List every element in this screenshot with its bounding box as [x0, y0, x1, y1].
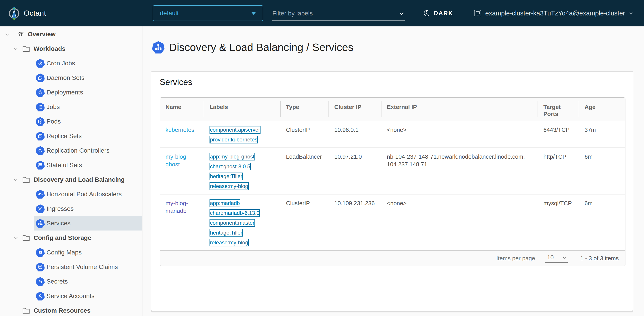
sidebar-item-label: Overview	[28, 31, 56, 38]
sidebar-item-horizontal-pod-autoscalers[interactable]: Horizontal Pod Autoscalers	[0, 187, 142, 201]
name-cell: kubernetes	[160, 121, 204, 148]
label-chip[interactable]: app:my-blog-ghost	[210, 153, 255, 160]
sidebar-item-label: Service Accounts	[46, 292, 94, 300]
name-cell: my-blog-mariadb	[160, 194, 204, 250]
statefulset-icon	[36, 161, 45, 170]
cluster-ip-cell: 10.96.0.1	[329, 121, 382, 148]
replicaset-icon	[36, 132, 45, 141]
service-name-link[interactable]: my-blog-ghost	[166, 153, 188, 168]
label-chip[interactable]: component:apiserver	[210, 126, 260, 134]
label-filter	[272, 7, 405, 21]
chevron-down-icon[interactable]	[13, 177, 18, 183]
items-per-page-select[interactable]: 10	[545, 254, 568, 263]
cronjob-icon	[36, 59, 45, 68]
external-ip-cell: <none>	[382, 121, 538, 148]
sidebar-item-replication-controllers[interactable]: Replication Controllers	[0, 143, 142, 158]
sidebar-item-services[interactable]: Services	[0, 216, 142, 230]
label-chip[interactable]: heritage:Tiller	[210, 229, 243, 236]
label-chip[interactable]: heritage:Tiller	[210, 173, 243, 180]
name-cell: my-blog-ghost	[160, 148, 204, 194]
sidebar-item-stateful-sets[interactable]: Stateful Sets	[0, 158, 142, 172]
sidebar-item-service-accounts[interactable]: Service Accounts	[0, 289, 142, 303]
replicationcontroller-icon	[36, 146, 45, 155]
sidebar-item-label: Config Maps	[46, 249, 82, 256]
configmap-icon	[36, 248, 45, 257]
overview-icon	[18, 31, 24, 38]
service-name-link[interactable]: kubernetes	[166, 126, 194, 133]
sidebar-item-workloads[interactable]: Workloads	[0, 41, 142, 56]
label-chip[interactable]: chart:ghost-8.0.5	[210, 163, 251, 170]
cluster-context-selector[interactable]: example-cluster-ka3TuTzYo4a@example-clus…	[474, 0, 634, 27]
column-header-name: Name	[160, 98, 204, 121]
external-ip-cell: nb-104-237-148-71.newark.nodebalancer.li…	[382, 148, 538, 194]
sidebar-item-pods[interactable]: Pods	[0, 114, 142, 129]
sidebar-item-label: Custom Resources	[34, 307, 90, 314]
sidebar-item-label: Jobs	[46, 103, 60, 111]
column-header-cluster-ip: Cluster IP	[329, 98, 382, 121]
service-name-link[interactable]: my-blog-mariadb	[166, 200, 188, 214]
label-chip[interactable]: provider:kubernetes	[210, 136, 258, 143]
cluster-ip-cell: 10.97.21.0	[329, 148, 382, 194]
ingress-icon	[36, 204, 45, 213]
target-ports-cell: 6443/TCP	[538, 121, 579, 148]
sidebar-item-discovery-and-load-balancing[interactable]: Discovery and Load Balancing	[0, 172, 142, 187]
sidebar-item-jobs[interactable]: Jobs	[0, 100, 142, 114]
target-ports-cell: mysql/TCP	[538, 194, 579, 250]
label-chip[interactable]: component:master	[210, 219, 255, 227]
sidebar-item-config-and-storage[interactable]: Config and Storage	[0, 230, 142, 245]
sidebar-item-label: Deployments	[46, 89, 83, 96]
sidebar-item-daemon-sets[interactable]: Daemon Sets	[0, 71, 142, 85]
sidebar-item-deployments[interactable]: Deployments	[0, 85, 142, 100]
cluster-ip-cell: 10.109.231.236	[329, 194, 382, 250]
age-cell: 6m	[579, 148, 626, 194]
pagination-range-text: 1 - 3 of 3 items	[580, 255, 619, 262]
job-icon	[36, 103, 45, 111]
label-chip[interactable]: chart:mariadb-6.13.0	[210, 209, 260, 217]
theme-toggle-button[interactable]: DARK	[423, 0, 453, 27]
namespace-select[interactable]: default	[153, 5, 263, 21]
moon-icon	[423, 10, 430, 17]
label-chip[interactable]: app:mariadb	[210, 199, 240, 207]
column-header-age: Age	[579, 98, 626, 121]
serviceaccount-icon	[36, 292, 45, 300]
label-filter-input[interactable]	[272, 10, 389, 17]
sidebar-item-persistent-volume-claims[interactable]: Persistent Volume Claims	[0, 260, 142, 274]
sidebar-item-cron-jobs[interactable]: Cron Jobs	[0, 56, 142, 71]
column-header-labels: Labels	[204, 98, 281, 121]
sidebar-item-label: Persistent Volume Claims	[46, 263, 118, 270]
daemonset-icon	[36, 73, 45, 82]
cluster-context-label: example-cluster-ka3TuTzYo4a@example-clus…	[485, 10, 625, 17]
chevron-down-icon[interactable]	[4, 31, 10, 37]
deployment-icon	[36, 88, 45, 97]
column-header-external-ip: External IP	[382, 98, 538, 121]
hpa-icon	[36, 190, 45, 199]
target-ports-cell: http/TCP	[538, 148, 579, 194]
table-row: my-blog-mariadbapp:mariadbchart:mariadb-…	[160, 194, 626, 250]
table-body: kubernetescomponent:apiserverprovider:ku…	[160, 121, 626, 250]
services-datagrid: NameLabelsTypeCluster IPExternal IPTarge…	[160, 97, 626, 266]
main-content: Discovery & Load Balancing / Services Se…	[143, 27, 644, 316]
table-header-row: NameLabelsTypeCluster IPExternal IPTarge…	[160, 98, 626, 121]
sidebar-item-config-maps[interactable]: Config Maps	[0, 245, 142, 260]
service-icon	[36, 219, 45, 228]
label-chip[interactable]: release:my-blog	[210, 182, 249, 190]
chevron-down-icon[interactable]	[13, 46, 18, 52]
top-header-bar: Octant default DARK example-clust	[0, 0, 644, 27]
brand: Octant	[8, 0, 46, 27]
chevron-down-icon[interactable]	[13, 235, 18, 241]
sidebar-item-overview[interactable]: Overview	[0, 27, 142, 41]
services-table: NameLabelsTypeCluster IPExternal IPTarge…	[160, 98, 626, 250]
sidebar-item-label: Pods	[46, 118, 61, 125]
column-header-target-ports: Target Ports	[538, 98, 579, 121]
sidebar-item-secrets[interactable]: Secrets	[0, 274, 142, 289]
column-header-type: Type	[281, 98, 329, 121]
services-card: Services NameLabelsTypeCluster IPExterna…	[151, 71, 633, 311]
sidebar-item-ingresses[interactable]: Ingresses	[0, 201, 142, 216]
sidebar-item-custom-resources[interactable]: Custom Resources	[0, 303, 142, 316]
secret-icon	[36, 277, 45, 286]
sidebar-item-replica-sets[interactable]: Replica Sets	[0, 129, 142, 143]
labels-cell: app:my-blog-ghostchart:ghost-8.0.5herita…	[204, 148, 281, 194]
cluster-icon	[474, 10, 482, 17]
label-chip[interactable]: release:my-blog	[210, 239, 249, 246]
chevron-down-icon[interactable]	[398, 10, 405, 17]
